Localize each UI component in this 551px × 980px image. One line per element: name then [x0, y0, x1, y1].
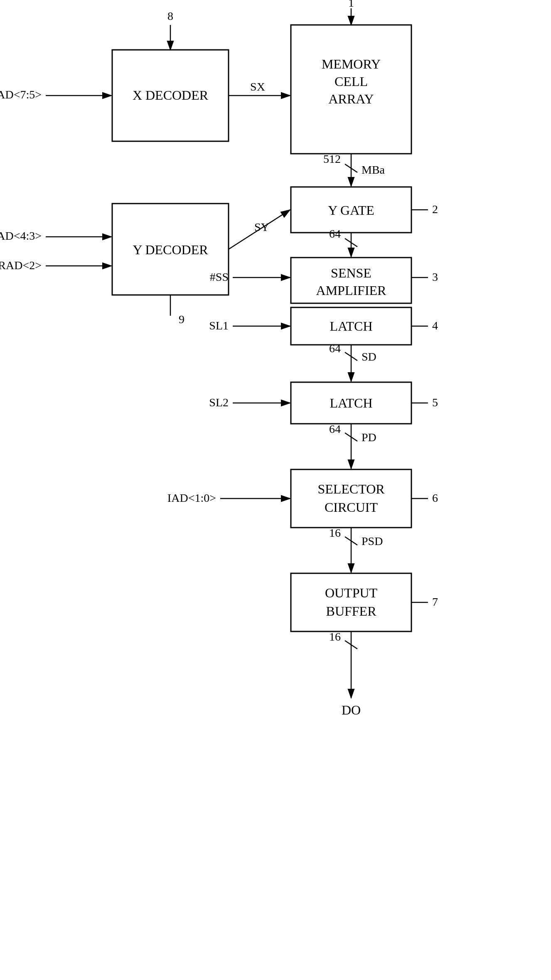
- node3-label: 3: [432, 270, 438, 283]
- sense-amplifier-label-1: SENSE: [331, 265, 371, 280]
- val64-1-label: 64: [329, 227, 341, 240]
- latch2-label: LATCH: [330, 395, 372, 410]
- selector-circuit-label-1: SELECTOR: [317, 481, 385, 496]
- y-gate-label: Y GATE: [328, 203, 374, 218]
- node1-label: 1: [348, 0, 354, 9]
- node2-label: 2: [432, 203, 438, 216]
- diagram-container: X DECODER MEMORY CELL ARRAY Y DECODER Y …: [0, 0, 551, 980]
- val64-2-label: 64: [329, 342, 341, 355]
- sy-label: SY: [254, 221, 269, 233]
- psd-label: PSD: [362, 535, 383, 548]
- node7-label: 7: [432, 595, 438, 608]
- memory-cell-array-label-3: ARRAY: [328, 91, 374, 106]
- sl2-label: SL2: [209, 396, 229, 409]
- output-buffer-label-1: OUTPUT: [325, 585, 378, 600]
- node6-label: 6: [432, 491, 438, 504]
- selector-circuit-label-2: CIRCUIT: [325, 500, 378, 515]
- do-label: DO: [342, 702, 361, 717]
- memory-cell-array-block: [291, 25, 411, 154]
- output-buffer-label-2: BUFFER: [326, 604, 377, 619]
- latch1-label: LATCH: [330, 319, 372, 334]
- val16-1-label: 16: [329, 526, 341, 539]
- x-decoder-label: X DECODER: [133, 88, 209, 103]
- node8-label: 8: [167, 10, 173, 22]
- output-buffer-block: [291, 573, 411, 631]
- iad43-label: IAD<4:3>: [0, 229, 42, 242]
- sense-amplifier-label-2: AMPLIFIER: [316, 283, 387, 298]
- iad10-label: IAD<1:0>: [167, 491, 216, 504]
- memory-cell-array-label-1: MEMORY: [322, 56, 381, 71]
- selector-circuit-block: [291, 469, 411, 528]
- y-decoder-label: Y DECODER: [133, 242, 208, 257]
- node5-label: 5: [432, 396, 438, 409]
- val64-3-label: 64: [329, 422, 341, 435]
- node4-label: 4: [432, 319, 438, 332]
- node9-label: 9: [179, 313, 184, 326]
- pd-label: PD: [362, 431, 376, 444]
- ss-label: #SS: [210, 270, 229, 283]
- rad2-label: RAD<2>: [0, 259, 42, 272]
- sd-label: SD: [362, 350, 376, 363]
- mba-label: MBa: [362, 163, 385, 176]
- sx-label: SX: [250, 80, 265, 93]
- val512-label: 512: [323, 152, 341, 165]
- val16-2-label: 16: [329, 630, 341, 643]
- memory-cell-array-label-2: CELL: [335, 74, 368, 89]
- sl1-label: SL1: [209, 319, 229, 332]
- iad75-label: IAD<7:5>: [0, 88, 42, 101]
